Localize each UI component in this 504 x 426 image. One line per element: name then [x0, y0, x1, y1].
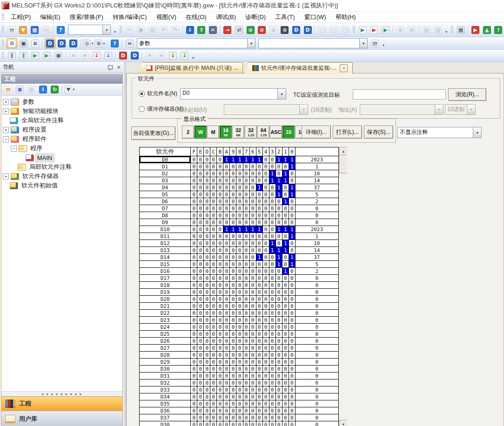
bit-cell[interactable]: 0 — [217, 296, 223, 303]
bit-cell[interactable]: 1 — [276, 254, 282, 261]
bit-cell[interactable]: 0 — [276, 379, 282, 386]
bit-cell[interactable]: 0 — [256, 310, 262, 317]
bit-column-header[interactable]: 9 — [230, 147, 236, 156]
bit-cell[interactable]: 0 — [230, 303, 236, 310]
bit-cell[interactable]: 0 — [230, 254, 236, 261]
bit-cell[interactable]: 0 — [276, 421, 282, 426]
bit-cell[interactable]: 0 — [243, 345, 249, 352]
bit-cell[interactable]: 0 — [210, 421, 217, 426]
bit-cell[interactable]: 0 — [236, 331, 243, 338]
bit-cell[interactable]: 0 — [256, 366, 262, 373]
bit-cell[interactable]: 0 — [269, 352, 276, 359]
bit-cell[interactable]: 0 — [191, 212, 197, 219]
bit-cell[interactable]: 0 — [236, 338, 243, 345]
bit-cell[interactable]: 0 — [223, 191, 230, 198]
bit-cell[interactable]: 0 — [223, 352, 230, 359]
bit-cell[interactable]: 0 — [191, 310, 197, 317]
menu-item-4[interactable]: 转换/编译(C) — [108, 12, 152, 22]
device-cell[interactable]: D30 — [140, 366, 191, 373]
bit-cell[interactable]: 0 — [204, 219, 210, 226]
bit-cell[interactable]: 1 — [256, 254, 262, 261]
bit-cell[interactable]: 0 — [276, 198, 282, 205]
bit-cell[interactable]: 1 — [282, 226, 289, 233]
project-view-icon[interactable]: ⊞ — [7, 38, 17, 48]
bit-cell[interactable]: 0 — [191, 191, 197, 198]
forced-io-cancel-icon[interactable]: ↓ — [91, 51, 102, 61]
bit-cell[interactable]: 0 — [262, 254, 269, 261]
device-cell[interactable]: D33 — [140, 386, 191, 393]
bit-cell[interactable]: 0 — [289, 240, 295, 247]
bit-cell[interactable]: 0 — [210, 205, 217, 212]
bit-cell[interactable]: 0 — [262, 156, 269, 163]
bit-cell[interactable]: 0 — [236, 247, 243, 254]
device-cell[interactable]: D35 — [140, 400, 191, 407]
bit-cell[interactable]: 0 — [289, 359, 295, 366]
bit-cell[interactable]: 0 — [249, 170, 256, 177]
scrollbar-down-button[interactable]: ▼ — [339, 420, 347, 426]
bit-cell[interactable]: 0 — [276, 289, 282, 296]
bit-cell[interactable]: 0 — [191, 379, 197, 386]
program-check-error-icon[interactable]: ! — [493, 25, 504, 35]
bit-cell[interactable]: 0 — [191, 275, 197, 282]
device-cell[interactable]: D6 — [140, 198, 191, 205]
bit-cell[interactable]: 0 — [243, 303, 249, 310]
bit-cell[interactable]: 0 — [276, 296, 282, 303]
bit-cell[interactable]: 0 — [210, 219, 217, 226]
open-format-button[interactable]: 打开(L)... — [333, 126, 362, 139]
value-cell[interactable]: 0 — [295, 289, 338, 296]
bit-cell[interactable]: 0 — [223, 282, 230, 289]
value-cell[interactable]: 14 — [295, 247, 338, 254]
bit-cell[interactable]: 0 — [249, 393, 256, 400]
bit-cell[interactable]: 1 — [223, 226, 230, 233]
bit-cell[interactable]: 0 — [197, 289, 204, 296]
bit-cell[interactable]: 0 — [249, 317, 256, 324]
bit-cell[interactable]: 0 — [230, 366, 236, 373]
bit-cell[interactable]: 0 — [256, 275, 262, 282]
format-multipoint-button[interactable]: M — [207, 126, 219, 139]
device-cell[interactable]: D17 — [140, 275, 191, 282]
bit-cell[interactable]: 0 — [262, 219, 269, 226]
bit-cell[interactable]: 0 — [249, 205, 256, 212]
find-result-icon[interactable]: ▤ — [370, 38, 380, 48]
bit-cell[interactable]: 0 — [210, 240, 217, 247]
bit-cell[interactable]: 0 — [230, 247, 236, 254]
bit-cell[interactable]: 0 — [269, 205, 276, 212]
tree-item-program-parts[interactable]: −程序部件 — [1, 134, 122, 144]
format-16bit-button[interactable]: 16bit — [220, 126, 232, 139]
bit-cell[interactable]: 0 — [269, 261, 276, 268]
bit-cell[interactable]: 0 — [217, 191, 223, 198]
bit-cell[interactable]: 0 — [217, 331, 223, 338]
value-cell[interactable]: 0 — [295, 407, 338, 414]
value-cell[interactable]: 2023 — [295, 156, 338, 163]
bit-cell[interactable]: 0 — [256, 407, 262, 414]
bit-cell[interactable]: 0 — [236, 198, 243, 205]
value-cell[interactable]: 0 — [295, 317, 338, 324]
bit-cell[interactable]: 0 — [197, 386, 204, 393]
bit-cell[interactable]: 0 — [236, 393, 243, 400]
bit-cell[interactable]: 0 — [223, 331, 230, 338]
monitor-stop-icon[interactable]: ▶ — [369, 25, 380, 35]
value-cell[interactable]: 0 — [295, 275, 338, 282]
bit-cell[interactable]: 0 — [282, 184, 289, 191]
bit-cell[interactable]: 0 — [210, 275, 217, 282]
bit-cell[interactable]: 1 — [282, 240, 289, 247]
bit-cell[interactable]: 1 — [276, 247, 282, 254]
bit-cell[interactable]: 0 — [217, 352, 223, 359]
bit-cell[interactable]: 0 — [230, 386, 236, 393]
bit-cell[interactable]: 0 — [256, 345, 262, 352]
bit-cell[interactable]: 0 — [217, 177, 223, 184]
bit-cell[interactable]: 0 — [210, 254, 217, 261]
device-cell[interactable]: D22 — [140, 310, 191, 317]
bit-cell[interactable]: 0 — [276, 233, 282, 240]
tab-prg-monitor[interactable]: [PRG]监视 执行中 MAIN (只读) ... — [138, 62, 243, 73]
bit-cell[interactable]: 0 — [197, 338, 204, 345]
bit-cell[interactable]: 0 — [249, 282, 256, 289]
bit-cell[interactable]: 0 — [210, 296, 217, 303]
device-cell[interactable]: D21 — [140, 303, 191, 310]
bit-cell[interactable]: 0 — [204, 317, 210, 324]
bit-cell[interactable]: 0 — [269, 212, 276, 219]
value-cell[interactable]: 0 — [295, 386, 338, 393]
bit-cell[interactable]: 0 — [282, 421, 289, 426]
bit-cell[interactable]: 1 — [282, 268, 289, 275]
bit-cell[interactable]: 0 — [236, 240, 243, 247]
